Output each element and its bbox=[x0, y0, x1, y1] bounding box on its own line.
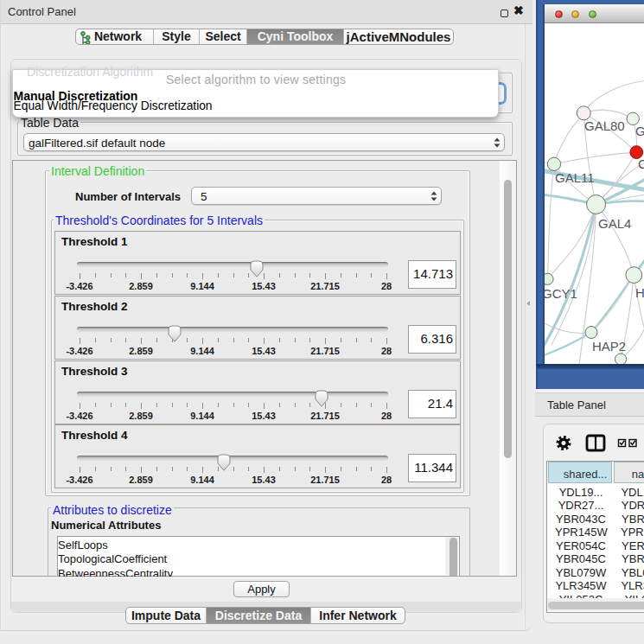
svg-text:GAL4: GAL4 bbox=[598, 216, 631, 231]
svg-text:GA: GA bbox=[635, 124, 644, 138]
svg-text:HAP2: HAP2 bbox=[592, 339, 626, 354]
svg-text:C: C bbox=[638, 156, 644, 171]
svg-text:GCY1: GCY1 bbox=[545, 286, 577, 301]
svg-text:H: H bbox=[635, 285, 644, 300]
svg-text:GAL80: GAL80 bbox=[584, 118, 625, 133]
svg-text:GAL11: GAL11 bbox=[555, 170, 595, 185]
